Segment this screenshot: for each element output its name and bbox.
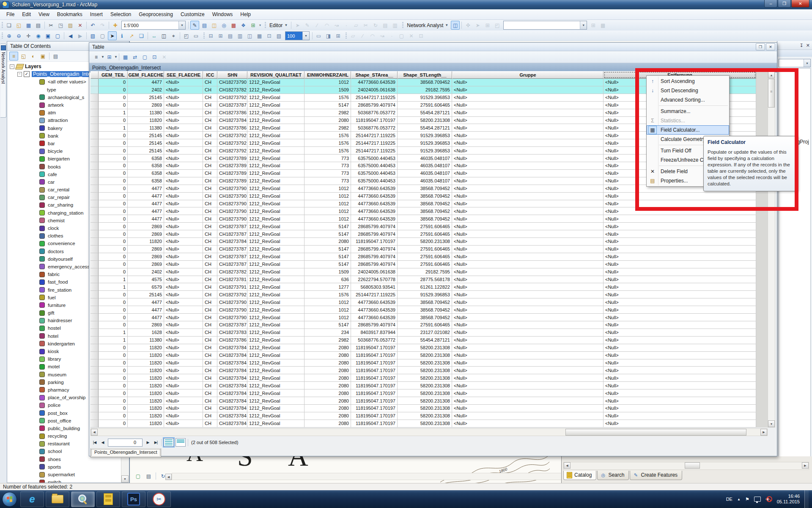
- redo-icon[interactable]: ↷: [98, 21, 107, 30]
- table-row[interactable]: 011820<Null>CHCH182737841212_RevGoal2080…: [91, 374, 756, 382]
- table-cell[interactable]: <Null>: [164, 420, 203, 428]
- table-cell[interactable]: 4477: [128, 79, 164, 86]
- table-cell[interactable]: CH18273787: [217, 253, 247, 261]
- table-cell[interactable]: CH18273784: [217, 397, 247, 405]
- table-cell[interactable]: 0: [99, 253, 128, 261]
- layout-view-button[interactable]: ▤: [144, 472, 153, 480]
- find-icon[interactable]: ◫: [159, 31, 168, 40]
- table-cell[interactable]: <Null>: [452, 109, 604, 117]
- current-record-input[interactable]: 0: [108, 439, 143, 447]
- network-dataset-combo[interactable]: ▼: [503, 21, 587, 30]
- table-cell[interactable]: 58200.231308: [398, 382, 452, 389]
- open-icon[interactable]: ◱: [14, 21, 23, 30]
- table-cell[interactable]: 58200.231308: [398, 412, 452, 420]
- table-cell[interactable]: 56805303.93541: [351, 283, 398, 291]
- table-cell[interactable]: CH: [203, 374, 217, 382]
- table-cell[interactable]: 1509: [304, 268, 351, 276]
- row-selector[interactable]: [91, 268, 99, 276]
- table-cell[interactable]: 91529.396853: [398, 132, 452, 139]
- table-cell[interactable]: <Null>: [164, 230, 203, 238]
- row-selector[interactable]: [91, 397, 99, 405]
- arctoolbox-icon[interactable]: ▩: [229, 21, 238, 30]
- table-cell[interactable]: <Null>: [452, 102, 604, 109]
- clear-selection-button[interactable]: ▢: [140, 52, 149, 61]
- table-cell[interactable]: 0: [99, 170, 128, 177]
- table-cell[interactable]: CH: [203, 246, 217, 253]
- row-selector[interactable]: [91, 291, 99, 298]
- table-cell[interactable]: 2080: [304, 117, 351, 124]
- table-cell[interactable]: <Null>: [164, 314, 203, 321]
- table-cell[interactable]: <Null>: [604, 253, 756, 261]
- identify-icon[interactable]: ℹ: [118, 31, 126, 40]
- table-cell[interactable]: CH: [203, 389, 217, 397]
- table-cell[interactable]: 11820: [128, 382, 164, 389]
- arccatalog-taskbar-icon[interactable]: [96, 491, 120, 507]
- extra-tool-icon-8[interactable]: ▧: [274, 31, 283, 40]
- table-row[interactable]: 011820<Null>CHCH182737841212_RevGoal2080…: [91, 412, 756, 420]
- table-cell[interactable]: <Null>: [164, 359, 203, 367]
- table-row[interactable]: 02869<Null>CHCH182737871212_RevGoal51472…: [91, 321, 756, 329]
- show-hidden-icons-button[interactable]: ▲: [737, 497, 741, 501]
- save-icon[interactable]: ▦: [24, 21, 33, 30]
- table-cell[interactable]: 2080: [304, 397, 351, 405]
- table-cell[interactable]: 1212_RevGoal: [247, 420, 304, 428]
- extra-tool-icon-5[interactable]: ◫: [245, 31, 254, 40]
- table-cell[interactable]: 63575000.440453: [351, 155, 398, 162]
- table-cell[interactable]: 28685799.407974: [351, 223, 398, 230]
- zoom-to-selected-button[interactable]: ⊡: [150, 52, 159, 61]
- list-by-visibility-icon[interactable]: ◐: [29, 52, 38, 61]
- table-cell[interactable]: <Null>: [604, 329, 756, 337]
- table-cell[interactable]: 27591.606465: [398, 253, 452, 261]
- table-cell[interactable]: 28685799.407974: [351, 246, 398, 253]
- toc-item-switch[interactable]: switch: [7, 478, 121, 483]
- table-cell[interactable]: CH: [203, 420, 217, 428]
- dock-scroll-left-arrow[interactable]: ◀: [564, 462, 571, 469]
- table-cell[interactable]: 50368776.053772: [351, 109, 398, 117]
- column-header-shape-stlength[interactable]: Shape_STLength__: [398, 71, 452, 79]
- row-selector[interactable]: [91, 374, 99, 382]
- html-popup-icon[interactable]: ❏: [137, 31, 146, 40]
- table-cell[interactable]: 22622794.570778: [351, 276, 398, 284]
- table-cell[interactable]: CH: [203, 230, 217, 238]
- table-cell[interactable]: CH18273790: [217, 79, 247, 86]
- table-cell[interactable]: 773: [304, 162, 351, 170]
- table-cell[interactable]: 1212_RevGoal: [247, 276, 304, 284]
- maximize-button[interactable]: ❐: [778, 0, 791, 8]
- table-cell[interactable]: CH18273787: [217, 261, 247, 268]
- table-cell[interactable]: <Null>: [452, 397, 604, 405]
- row-selector[interactable]: [91, 162, 99, 170]
- table-cell[interactable]: 46035.048107: [398, 170, 452, 177]
- row-selector[interactable]: [91, 155, 99, 162]
- row-selector[interactable]: [91, 132, 99, 139]
- table-cell[interactable]: 2402: [128, 86, 164, 94]
- table-cell[interactable]: 44773660.643539: [351, 200, 398, 208]
- table-cell[interactable]: 1212_RevGoal: [247, 329, 304, 337]
- table-row[interactable]: 04477<Null>CHCH182737901212_RevGoal10124…: [91, 298, 756, 306]
- table-scroll-down-arrow[interactable]: ▼: [768, 420, 775, 427]
- row-selector[interactable]: [91, 177, 99, 185]
- edit-arrow-icon[interactable]: ➤: [293, 21, 302, 30]
- table-cell[interactable]: <Null>: [604, 359, 756, 367]
- table-cell[interactable]: <Null>: [452, 329, 604, 337]
- table-cell[interactable]: 1212_RevGoal: [247, 359, 304, 367]
- table-cell[interactable]: 2080: [304, 238, 351, 246]
- row-selector[interactable]: [91, 276, 99, 284]
- table-cell[interactable]: CH18273791: [217, 283, 247, 291]
- table-cell[interactable]: CH: [203, 268, 217, 276]
- row-selector[interactable]: [91, 147, 99, 155]
- table-cell[interactable]: 118195047.170197: [351, 405, 398, 412]
- table-cell[interactable]: CH18273784: [217, 359, 247, 367]
- chevron-down-icon[interactable]: ▼: [114, 55, 118, 59]
- table-cell[interactable]: 0: [99, 223, 128, 230]
- table-row[interactable]: 111380<Null>CHCH182737861212_RevGoal2982…: [91, 337, 756, 344]
- chevron-down-icon[interactable]: ▼: [101, 55, 104, 59]
- table-cell[interactable]: 27591.606465: [398, 230, 452, 238]
- table-hscrollbar-thumb[interactable]: [565, 429, 746, 436]
- row-selector[interactable]: [91, 367, 99, 374]
- network-grid-icon[interactable]: ⊞: [483, 21, 492, 30]
- extra-tool-icon-6[interactable]: ▦: [255, 31, 264, 40]
- table-cell[interactable]: 1012: [304, 200, 351, 208]
- list-by-source-icon[interactable]: ◱: [19, 52, 28, 61]
- table-row[interactable]: 14575<Null>CHCH182737811212_RevGoal63622…: [91, 276, 756, 284]
- table-cell[interactable]: CH: [203, 306, 217, 314]
